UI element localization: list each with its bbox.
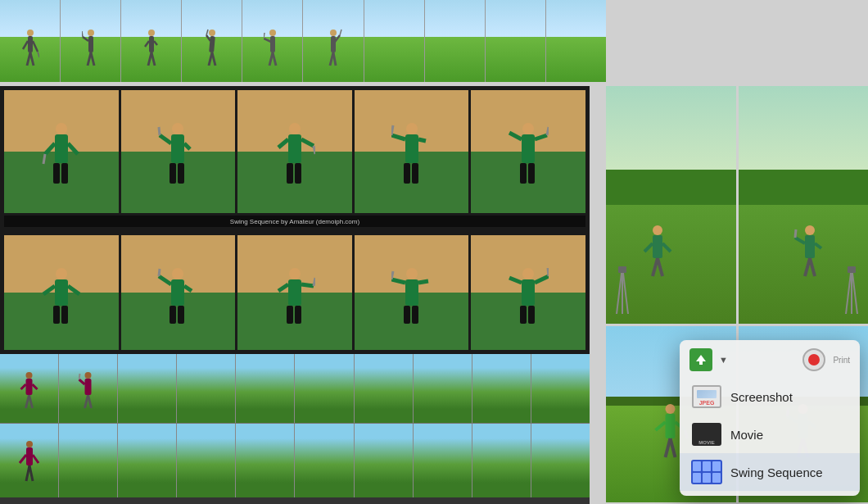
svg-line-130: [617, 266, 622, 314]
svg-line-12: [82, 31, 83, 37]
svg-line-16: [151, 52, 155, 66]
swing-sequence-label: Swing Sequence: [730, 465, 823, 479]
svg-line-149: [656, 422, 666, 430]
indoor-caption-text: Swing Sequence by Amateur (demoiph.com): [230, 218, 359, 225]
svg-line-91: [314, 278, 315, 286]
svg-rect-53: [287, 163, 293, 184]
svg-rect-74: [53, 306, 60, 324]
bottom-frame-18: [414, 424, 472, 497]
svg-line-4: [23, 41, 28, 49]
bottom-frame-12: [59, 424, 118, 497]
golfer-svg-4: [203, 29, 221, 70]
right-top-panels: [606, 86, 868, 324]
record-button[interactable]: [802, 348, 825, 371]
svg-line-117: [79, 374, 79, 379]
right-golfer-1: [641, 225, 674, 291]
svg-line-82: [159, 276, 171, 284]
top-frame-2: [61, 0, 121, 82]
svg-rect-133: [618, 266, 626, 273]
bottom-frame-6: [295, 354, 354, 423]
indoor-frame-2: [121, 90, 236, 213]
svg-rect-102: [528, 306, 535, 324]
svg-line-22: [212, 52, 215, 66]
svg-line-122: [20, 455, 26, 463]
svg-rect-164: [712, 461, 721, 471]
svg-line-28: [273, 52, 276, 66]
svg-rect-135: [805, 235, 815, 258]
bottom-frame-13: [118, 424, 177, 497]
svg-rect-46: [170, 163, 176, 184]
bottom-caption: [0, 497, 590, 504]
svg-line-23: [206, 35, 210, 41]
top-frame-9: [486, 0, 546, 82]
svg-line-104: [535, 276, 549, 283]
svg-line-123: [33, 455, 38, 463]
svg-line-148: [671, 438, 676, 457]
svg-line-17: [145, 41, 149, 47]
svg-line-138: [795, 238, 805, 243]
svg-rect-60: [404, 163, 410, 184]
screenshot-icon: [692, 385, 721, 408]
bottom-frame-14: [177, 424, 236, 497]
svg-rect-26: [270, 36, 275, 52]
svg-rect-163: [703, 461, 711, 471]
svg-rect-94: [404, 306, 410, 324]
svg-point-25: [269, 30, 276, 36]
svg-point-51: [289, 123, 301, 134]
svg-line-70: [535, 135, 547, 139]
swing-sequence-menu-item[interactable]: Swing Sequence: [680, 453, 860, 491]
svg-rect-39: [53, 163, 60, 184]
print-label: Print: [833, 356, 850, 365]
bottom-frame-20: [531, 424, 590, 497]
svg-point-99: [522, 268, 534, 279]
movie-menu-item[interactable]: Movie: [680, 415, 860, 453]
svg-line-84: [184, 286, 192, 291]
svg-line-140: [815, 243, 821, 248]
svg-line-64: [418, 139, 426, 141]
right-tripod-2: [843, 266, 860, 316]
golfer-svg-2: [82, 29, 100, 70]
main-content: Swing Sequence by Amateur (demoiph.com): [0, 0, 868, 504]
svg-line-96: [391, 279, 405, 283]
svg-rect-14: [149, 36, 154, 52]
svg-rect-107: [25, 379, 32, 395]
bottom-row-1: [0, 354, 590, 424]
top-frame-7: [364, 0, 425, 82]
svg-line-116: [79, 379, 84, 384]
screenshot-menu-item[interactable]: Screenshot: [680, 378, 860, 415]
svg-line-43: [43, 154, 45, 164]
indoor-frame-7: [121, 235, 236, 350]
dropdown-chevron: ▼: [719, 355, 728, 365]
svg-rect-1: [28, 36, 33, 52]
svg-rect-73: [55, 279, 68, 306]
svg-rect-38: [55, 134, 68, 163]
svg-line-29: [264, 39, 271, 42]
bottom-strip: [0, 354, 590, 504]
svg-point-44: [172, 123, 183, 134]
top-frame-6: [303, 0, 364, 82]
svg-rect-146: [666, 414, 676, 438]
indoor-golfer-8: [274, 268, 315, 338]
svg-point-85: [289, 268, 301, 279]
bottom-frame-9: [472, 354, 531, 423]
indoor-frame-5: [471, 90, 585, 213]
svg-rect-119: [26, 447, 33, 465]
arrow-up-icon: [694, 353, 708, 366]
svg-line-76: [43, 286, 55, 294]
outdoor-golfer-small-11: [18, 440, 41, 489]
export-up-button[interactable]: [689, 348, 712, 371]
svg-point-65: [522, 123, 534, 134]
svg-line-62: [391, 135, 405, 139]
svg-rect-167: [712, 473, 721, 483]
indoor-frame-9: [355, 235, 469, 350]
right-tripod-1: [614, 266, 631, 316]
svg-point-58: [406, 123, 418, 134]
svg-point-118: [26, 441, 33, 447]
svg-point-0: [27, 30, 34, 36]
svg-rect-79: [171, 279, 184, 306]
svg-rect-93: [405, 279, 418, 306]
right-top-right: [739, 86, 869, 324]
svg-line-30: [264, 33, 264, 39]
svg-line-137: [810, 258, 815, 276]
bottom-frame-2: [59, 354, 118, 423]
